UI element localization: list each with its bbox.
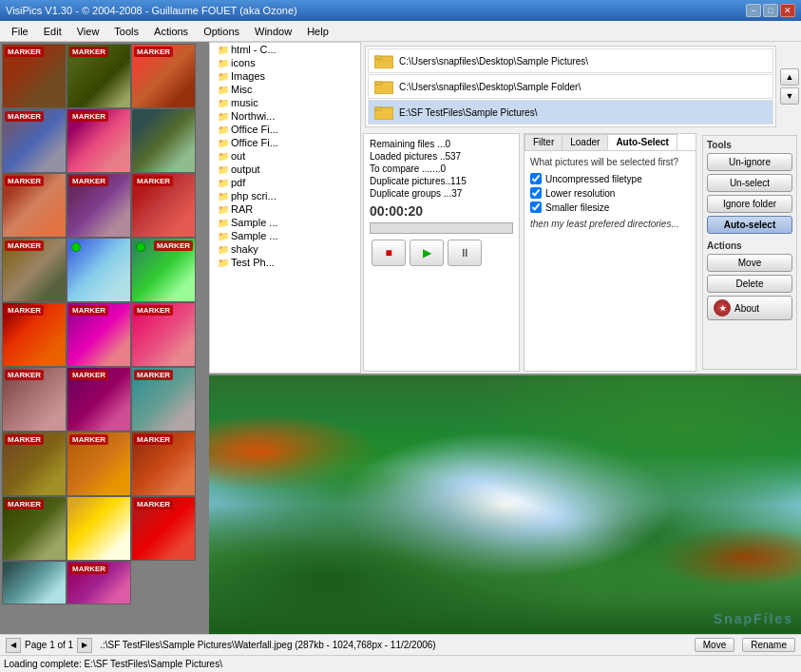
thumbnail-item[interactable]: MARKER [67,561,131,605]
path-up-button[interactable]: ▲ [780,68,799,86]
folder-tree-item[interactable]: 📁 Office Fi... [210,136,360,149]
marker-badge: MARKER [5,499,44,509]
folder-tree-item[interactable]: 📁 Images [210,69,360,83]
menu-item-help[interactable]: Help [299,24,336,39]
path-row-3[interactable]: E:\SF TestFiles\Sample Pictures\ [368,100,773,125]
folder-tree: 📁 html - C...📁 icons📁 Images📁 Misc📁 musi… [210,43,360,269]
menu-item-edit[interactable]: Edit [36,24,69,39]
play-button[interactable]: ▶ [410,240,444,266]
thumbnail-item[interactable]: MARKER [67,367,131,432]
folder-tree-item[interactable]: 📁 pdf [210,176,360,189]
thumbnail-item[interactable] [2,561,67,605]
marker-badge: MARKER [5,176,44,186]
folder-tree-panel[interactable]: 📁 html - C...📁 icons📁 Images📁 Misc📁 musi… [209,42,361,374]
thumbnail-item[interactable]: MARKER [131,44,196,108]
folder-tree-item[interactable]: 📁 Test Ph... [210,256,360,269]
un-select-button[interactable]: Un-select [707,174,792,192]
marker-badge: MARKER [134,305,173,316]
folder-tree-item[interactable]: 📁 Sample ... [210,216,360,229]
auto-select-option[interactable]: Uncompressed filetype [530,173,690,184]
delete-button[interactable]: Delete [707,275,792,293]
folder-tree-item[interactable]: 📁 Northwi... [210,109,360,123]
folder-tree-item[interactable]: 📁 icons [210,56,360,69]
close-button[interactable]: ✕ [780,4,795,17]
filter-tab-loader[interactable]: Loader [562,134,608,150]
stat-dup-groups: Duplicate groups ...37 [370,187,513,200]
thumbnail-item[interactable]: MARKER [131,367,196,432]
pause-button[interactable]: ⏸ [448,240,482,266]
ignore-folder-button[interactable]: Ignore folder [707,195,792,213]
menu-item-view[interactable]: View [69,24,107,39]
un-ignore-button[interactable]: Un-ignore [707,153,792,171]
thumb-row: MARKER MARKER MARKER [2,367,207,432]
option-checkbox[interactable] [530,187,542,199]
filter-tab-auto-select[interactable]: Auto-Select [607,134,677,150]
folder-tree-item[interactable]: 📁 RAR [210,202,360,216]
thumbnail-item[interactable]: MARKER [67,302,131,367]
thumbnail-item[interactable]: MARKER [67,432,131,496]
page-next-button[interactable]: ▶ [77,638,92,653]
option-checkbox[interactable] [530,202,542,213]
maximize-button[interactable]: □ [763,4,778,17]
thumbnail-item[interactable]: MARKER [2,44,67,108]
minimize-button[interactable]: − [746,4,761,17]
page-prev-button[interactable]: ◀ [6,638,21,653]
rename-file-button[interactable]: Rename [742,638,795,652]
thumbnail-item[interactable] [67,496,131,561]
option-checkbox[interactable] [530,173,542,184]
auto-select-button[interactable]: Auto-select [707,216,792,234]
thumbnail-item[interactable]: MARKER [2,108,67,173]
thumbnail-item[interactable]: MARKER [67,173,131,238]
auto-select-question: What pictures will be selected first? [530,157,690,167]
menu-item-tools[interactable]: Tools [106,24,146,39]
thumbnail-panel[interactable]: MARKER MARKER MARKER MARKER [0,42,209,634]
stat-duplicates: Duplicate pictures..115 [370,175,513,187]
thumbnail-item[interactable]: MARKER [131,302,196,367]
path-row-2[interactable]: C:\Users\snapfiles\Desktop\Sample Folder… [368,74,773,99]
path-row-1[interactable]: C:\Users\snapfiles\Desktop\Sample Pictur… [368,48,773,73]
path-text-1: C:\Users\snapfiles\Desktop\Sample Pictur… [399,56,769,67]
thumbnail-item[interactable]: MARKER [2,496,67,561]
thumbnail-item[interactable]: MARKER [67,108,131,173]
thumbnail-item[interactable]: MARKER [2,238,67,302]
thumbnail-item[interactable]: MARKER [131,173,196,238]
thumbnail-item[interactable]: MARKER [2,173,67,238]
folder-tree-item[interactable]: 📁 Sample ... [210,229,360,242]
menu-item-options[interactable]: Options [196,24,247,39]
thumbnail-item[interactable] [131,108,196,173]
stop-button[interactable]: ■ [372,240,406,266]
folder-tree-item[interactable]: 📁 shaky [210,242,360,256]
thumbnail-item[interactable]: MARKER [2,367,67,432]
preview-panel: SnapFiles [209,374,801,634]
folder-tree-item[interactable]: 📁 html - C... [210,43,360,56]
thumbnail-item[interactable]: MARKER [2,302,67,367]
svg-rect-1 [374,56,382,59]
move-button[interactable]: Move [707,254,792,272]
thumbnail-item[interactable]: MARKER [131,496,196,561]
thumbnail-item[interactable] [67,238,131,302]
tools-heading: Tools [707,140,792,150]
filter-tab-filter[interactable]: Filter [524,134,563,150]
path-text-3: E:\SF TestFiles\Sample Pictures\ [399,107,769,118]
thumbnail-item[interactable]: MARKER [131,238,196,302]
menu-item-actions[interactable]: Actions [146,24,196,39]
stats-panel: Remaining files ...0 Loaded pictures ..5… [363,133,520,372]
thumbnail-item[interactable]: MARKER [67,44,131,108]
auto-select-option[interactable]: Smaller filesize [530,202,690,213]
stat-remaining: Remaining files ...0 [370,138,513,150]
marker-badge: MARKER [69,370,108,380]
folder-tree-item[interactable]: 📁 out [210,149,360,163]
folder-tree-item[interactable]: 📁 Office Fi... [210,123,360,136]
thumbnail-item[interactable]: MARKER [131,432,196,496]
menu-item-window[interactable]: Window [247,24,299,39]
thumbnail-item[interactable]: MARKER [2,432,67,496]
path-down-button[interactable]: ▼ [780,87,799,105]
folder-tree-item[interactable]: 📁 music [210,96,360,109]
auto-select-option[interactable]: Lower resolution [530,187,690,199]
about-button[interactable]: ★ About [707,296,792,320]
menu-item-file[interactable]: File [4,24,36,39]
folder-tree-item[interactable]: 📁 php scri... [210,189,360,202]
folder-tree-item[interactable]: 📁 output [210,163,360,176]
move-file-button[interactable]: Move [695,638,734,652]
folder-tree-item[interactable]: 📁 Misc [210,83,360,96]
